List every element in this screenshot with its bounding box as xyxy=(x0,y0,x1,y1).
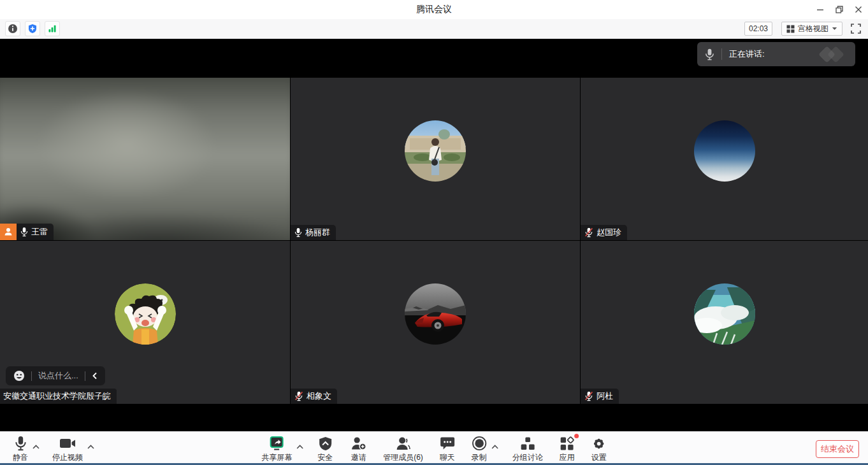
view-mode-selector[interactable]: 宫格视图 xyxy=(781,22,843,36)
participant-name: 安徽交通职业技术学院殷子皖 xyxy=(3,390,111,402)
restore-icon xyxy=(835,6,843,13)
controlbar-left-group: 静音 停止视频 xyxy=(10,432,96,464)
minimize-button[interactable] xyxy=(811,0,830,19)
meeting-controlbar: 静音 停止视频 共享屏幕 安全 xyxy=(0,431,868,465)
divider xyxy=(721,48,722,60)
invite-person-icon xyxy=(351,436,366,451)
topbar-right-group: 02:03 宫格视图 xyxy=(744,22,863,36)
network-signal-icon xyxy=(47,24,57,34)
mic-on-icon xyxy=(20,227,28,237)
collapse-chevron-icon[interactable] xyxy=(92,372,98,380)
notification-dot xyxy=(574,434,579,438)
close-button[interactable] xyxy=(849,0,868,19)
meeting-info-button[interactable] xyxy=(5,21,20,36)
mic-options-caret[interactable] xyxy=(33,440,40,452)
controlbar-center-group: 共享屏幕 安全 邀请 管理成员(6) 聊天 xyxy=(259,432,609,464)
fullscreen-icon xyxy=(850,23,862,34)
window-title: 腾讯会议 xyxy=(416,4,452,15)
stop-video-button[interactable]: 停止视频 xyxy=(50,432,85,463)
mic-muted-icon xyxy=(294,391,303,401)
network-status-button[interactable] xyxy=(45,21,60,36)
minimize-icon xyxy=(816,6,824,13)
restore-button[interactable] xyxy=(830,0,849,19)
participant-avatar xyxy=(405,120,466,182)
camera-icon xyxy=(59,438,76,449)
speaker-mic-icon xyxy=(705,48,714,61)
info-icon xyxy=(8,24,18,34)
nametag: 王雷 xyxy=(0,224,54,240)
video-tile-zhaoguozhen[interactable]: 赵国珍 xyxy=(581,78,868,240)
breakout-squares-icon xyxy=(520,436,535,451)
video-tile-wanglei[interactable]: 王雷 xyxy=(0,78,290,240)
chat-input-placeholder[interactable]: 说点什么... xyxy=(38,370,78,382)
video-tile-yangliqun[interactable]: 杨丽群 xyxy=(291,78,580,240)
mute-button[interactable]: 静音 xyxy=(10,432,31,463)
mic-muted-icon xyxy=(584,227,593,238)
meeting-topbar: 02:03 宫格视图 xyxy=(0,19,868,39)
settings-gear-icon xyxy=(591,436,606,451)
view-mode-label: 宫格视图 xyxy=(798,24,828,34)
record-button[interactable]: 录制 xyxy=(469,432,489,463)
camera-video-blurred xyxy=(0,78,290,240)
nametag: 赵国珍 xyxy=(581,225,627,240)
video-tile-yinziwan[interactable]: 说点什么... 安徽交通职业技术学院殷子皖 xyxy=(0,241,290,404)
breakout-rooms-button[interactable]: 分组讨论 xyxy=(510,432,546,463)
active-speaker-indicator: 正在讲话: xyxy=(697,42,855,66)
share-screen-button[interactable]: 共享屏幕 xyxy=(259,432,294,463)
nametag: 杨丽群 xyxy=(291,225,336,240)
participant-avatar xyxy=(694,120,755,182)
dropdown-caret-icon xyxy=(832,27,837,31)
nametag: 相象文 xyxy=(291,389,337,404)
mic-icon xyxy=(15,436,27,451)
participant-name: 王雷 xyxy=(31,226,48,238)
security-shield-icon xyxy=(319,436,332,451)
nametag: 安徽交通职业技术学院殷子皖 xyxy=(0,389,117,404)
record-options-caret[interactable] xyxy=(491,440,498,452)
host-person-icon xyxy=(0,224,17,240)
end-meeting-button[interactable]: 结束会议 xyxy=(816,440,859,458)
video-tile-xiangxiangwen[interactable]: 相象文 xyxy=(291,241,580,404)
mic-on-icon xyxy=(294,227,302,238)
tencent-meeting-watermark-icon xyxy=(820,46,848,62)
record-icon xyxy=(472,436,487,451)
mic-muted-icon xyxy=(584,391,593,401)
apps-button[interactable]: 应用 xyxy=(557,432,577,463)
invite-button[interactable]: 邀请 xyxy=(348,432,369,463)
apps-icon xyxy=(560,436,574,451)
titlebar: 腾讯会议 xyxy=(0,0,868,19)
participant-avatar xyxy=(405,283,466,345)
close-icon xyxy=(855,6,862,13)
share-options-caret[interactable] xyxy=(296,440,303,452)
meeting-window: 腾讯会议 02:03 宫格视图 xyxy=(0,0,868,465)
shield-protect-icon xyxy=(27,24,38,34)
video-options-caret[interactable] xyxy=(87,440,94,452)
window-controls xyxy=(811,0,868,19)
emoji-smiley-icon xyxy=(13,370,25,382)
share-screen-icon xyxy=(268,436,285,451)
participant-name: 杨丽群 xyxy=(305,227,330,238)
participant-name: 阿杜 xyxy=(597,390,613,402)
participant-avatar xyxy=(115,283,176,345)
settings-button[interactable]: 设置 xyxy=(589,432,609,463)
meeting-timer: 02:03 xyxy=(744,22,772,36)
participant-avatar xyxy=(694,283,755,345)
security-button[interactable]: 安全 xyxy=(315,432,335,463)
grid-view-icon xyxy=(786,25,795,33)
divider xyxy=(85,371,85,381)
nametag: 阿杜 xyxy=(581,389,619,404)
video-tile-adu[interactable]: 阿杜 xyxy=(581,241,868,404)
speaking-label: 正在讲话: xyxy=(729,48,765,60)
participant-name: 赵国珍 xyxy=(597,227,621,238)
meeting-protect-button[interactable] xyxy=(25,21,40,36)
participant-name: 相象文 xyxy=(307,390,331,402)
quick-chat-bar[interactable]: 说点什么... xyxy=(6,366,105,385)
chat-button[interactable]: 聊天 xyxy=(437,432,458,463)
manage-members-button[interactable]: 管理成员(6) xyxy=(380,432,426,463)
chat-bubble-icon xyxy=(440,436,455,450)
video-stage: 正在讲话: 王雷 xyxy=(0,39,868,431)
divider xyxy=(31,371,32,381)
members-icon xyxy=(395,436,410,451)
fullscreen-button[interactable] xyxy=(850,23,862,34)
